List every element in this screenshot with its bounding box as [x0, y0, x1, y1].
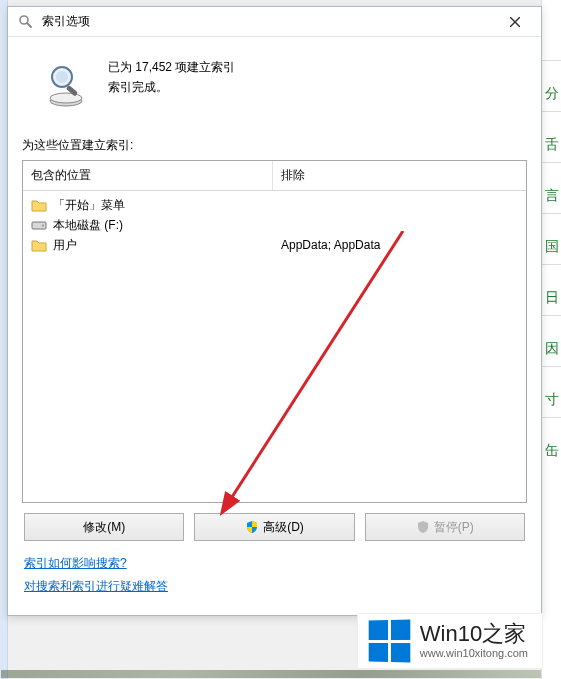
side-char: 舌 [542, 111, 561, 162]
watermark: Win10之家 www.win10xitong.com [357, 613, 543, 669]
index-status-text: 已为 17,452 项建立索引 索引完成。 [108, 55, 235, 98]
dialog-title: 索引选项 [42, 13, 495, 30]
button-label: 高级(D) [263, 519, 304, 536]
drive-icon [31, 218, 47, 232]
indexing-options-icon [16, 12, 36, 32]
close-button[interactable] [495, 10, 535, 34]
magnifier-drive-icon [42, 61, 90, 109]
indexed-count-label: 已为 17,452 项建立索引 [108, 57, 235, 77]
side-char: 寸 [542, 366, 561, 417]
watermark-url: www.win10xitong.com [420, 647, 528, 659]
list-item[interactable]: 本地磁盘 (F:) [23, 215, 273, 235]
windows-logo-icon [368, 619, 410, 662]
button-row: 修改(M) 高级(D) 暂停(P) [22, 513, 527, 541]
list-item[interactable]: 用户 [23, 235, 273, 255]
exclude-value [273, 195, 526, 215]
excluded-column: AppData; AppData [273, 191, 526, 502]
exclude-value [273, 215, 526, 235]
help-links: 索引如何影响搜索? 对搜索和索引进行疑难解答 [22, 553, 527, 603]
link-how-indexing-affects-search[interactable]: 索引如何影响搜索? [24, 555, 127, 572]
background-right-strip: 分 舌 言 国 日 因 寸 缶 [541, 0, 561, 679]
button-label: 暂停(P) [434, 519, 474, 536]
advanced-button[interactable]: 高级(D) [194, 513, 354, 541]
included-column: 「开始」菜单 本地磁盘 (F:) 用户 [23, 191, 273, 502]
side-char: 因 [542, 315, 561, 366]
location-label: 本地磁盘 (F:) [53, 217, 123, 234]
svg-line-1 [27, 23, 31, 27]
locations-header-row: 包含的位置 排除 [23, 161, 526, 191]
index-status-row: 已为 17,452 项建立索引 索引完成。 [22, 55, 527, 109]
titlebar: 索引选项 [8, 7, 541, 37]
indexing-options-dialog: 索引选项 已为 17,452 项建立索引 索引完成。 [7, 6, 542, 616]
uac-shield-icon [245, 520, 259, 534]
side-char: 言 [542, 162, 561, 213]
indexed-locations-list[interactable]: 包含的位置 排除 「开始」菜单 本地磁盘 (F:) [22, 160, 527, 503]
svg-point-7 [56, 71, 68, 83]
side-char: 国 [542, 213, 561, 264]
locations-body: 「开始」菜单 本地磁盘 (F:) 用户 [23, 191, 526, 502]
pause-button: 暂停(P) [365, 513, 525, 541]
exclude-value: AppData; AppData [273, 235, 526, 255]
side-char: 分 [542, 60, 561, 111]
side-char: 日 [542, 264, 561, 315]
dialog-body: 已为 17,452 项建立索引 索引完成。 为这些位置建立索引: 包含的位置 排… [8, 37, 541, 615]
folder-icon [31, 238, 47, 252]
location-label: 用户 [53, 237, 77, 254]
watermark-title: Win10之家 [420, 623, 528, 645]
taskbar-sliver [1, 670, 541, 678]
svg-point-5 [50, 93, 82, 103]
column-header-included[interactable]: 包含的位置 [23, 161, 273, 190]
modify-button[interactable]: 修改(M) [24, 513, 184, 541]
uac-shield-icon [416, 520, 430, 534]
column-header-excluded[interactable]: 排除 [273, 161, 526, 190]
location-label: 「开始」菜单 [53, 197, 125, 214]
folder-icon [31, 198, 47, 212]
svg-point-10 [42, 225, 44, 227]
locations-section-label: 为这些位置建立索引: [22, 137, 527, 154]
side-char: 缶 [542, 417, 561, 468]
indexing-complete-label: 索引完成。 [108, 77, 235, 97]
list-item[interactable]: 「开始」菜单 [23, 195, 273, 215]
link-troubleshoot-search-indexing[interactable]: 对搜索和索引进行疑难解答 [24, 578, 168, 595]
button-label: 修改(M) [83, 519, 125, 536]
